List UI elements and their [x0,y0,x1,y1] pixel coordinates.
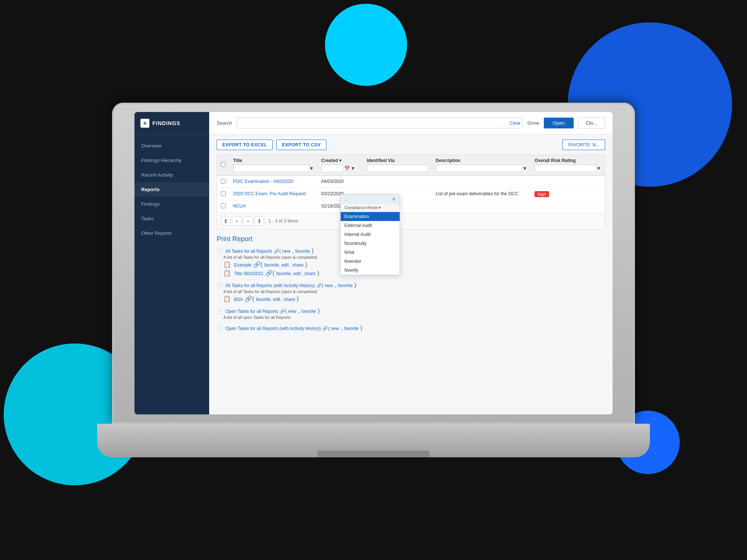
row-risk-1 [531,175,605,188]
col-identified-via: Identified Via [363,155,432,175]
table-row: 2020 OCC Exam- Pre Audit Request 03/23/2… [217,188,605,200]
sub-doc-icon-1b: 📋 [223,270,231,276]
table-row: NCUA 02/18/2020 [217,200,605,213]
risk-badge-2: High [534,191,549,197]
dropdown-item-nverify[interactable]: Nverify [341,266,400,275]
export-csv-button[interactable]: EXPORT TO CSV [276,140,326,150]
risk-filter-icon[interactable]: ▼ [596,166,601,171]
dropdown-item-examination[interactable]: Examination [341,212,400,221]
scene: N FINDINGS Overview Findings Hierarchy R… [0,0,747,560]
clear-button[interactable]: Clear [510,121,521,126]
col-description: Description ▼ [432,155,531,175]
laptop-hinge [317,451,430,457]
row-title-link-3[interactable]: NCUA [233,203,246,209]
doc-icon-2: 📄 [217,283,222,288]
report-new-link-4[interactable]: new [331,326,339,331]
sub-fav-link-1b[interactable]: favorite, edit , share [276,271,316,276]
sidebar-item-overview[interactable]: Overview [134,139,209,153]
dropdown-item-nvendor[interactable]: Nvendor [341,257,400,266]
select-all-checkbox[interactable] [221,162,226,167]
description-filter-icon[interactable]: ▼ [523,166,527,171]
row-identified-via-1 [363,175,432,188]
sidebar-item-findings-hierarchy[interactable]: Findings Hierarchy [134,153,209,168]
report-fav-link-1[interactable]: favorite [295,249,310,254]
sidebar-item-findings[interactable]: Findings [134,197,209,211]
row-title-link-2[interactable]: 2020 OCC Exam- Pre Audit Request [233,191,306,196]
description-filter-input[interactable] [436,165,523,172]
col-title: Title ▼ [229,155,317,175]
report-link-2[interactable]: All Tasks for all Reports (with Activity… [225,283,314,288]
sidebar-item-tasks[interactable]: Tasks [134,211,209,226]
search-bar-area: Search Clear Show Open Clo... [209,112,613,134]
favorite-button[interactable]: FAVORITE: N... [562,140,605,150]
table-toolbar: EXPORT TO EXCEL EXPORT TO CSV FAVORITE: … [209,134,613,150]
row-title-link-1[interactable]: FDIC Examination - 04032020 [233,179,293,184]
page-next-button[interactable]: › [243,216,253,226]
closed-button[interactable]: Clo... [578,117,605,129]
report-fav-link-3[interactable]: favorite [301,309,316,314]
row-description-3 [432,200,531,213]
bg-circle-top-center [325,4,407,86]
dropdown-close-button[interactable]: ✕ [392,196,396,202]
row-checkbox-3[interactable] [221,203,226,208]
sidebar-item-other-reports[interactable]: Other Reports [134,226,209,240]
report-desc-3: A list of all open Tasks for all Reports [223,315,605,320]
title-filter-icon[interactable]: ▼ [309,166,314,171]
table-wrap: Title ▼ Created ▾ [217,155,605,229]
row-risk-3 [531,200,605,213]
dropdown-subheader: Compliance Revie ▾ [341,204,400,212]
laptop-base [97,424,650,457]
report-new-link-1[interactable]: new [282,249,290,254]
show-label: Show [527,120,539,126]
page-prev-button[interactable]: ‹ [232,216,242,226]
sub-report-item-1b: 📋 Tilte 09242021 🔗( favorite, edit , sha… [223,270,605,277]
sub-doc-icon-1a: 📋 [223,261,231,268]
sub-report-link-2a[interactable]: BSA [234,297,243,302]
report-fav-link-4[interactable]: favorite [344,326,359,331]
sub-fav-link-2a[interactable]: favorite, edit , share [256,297,295,302]
created-filter-icon[interactable]: ▼ [351,166,355,171]
doc-icon-3: 📄 [217,309,222,314]
report-link-3[interactable]: Open Tasks for all Reports [225,309,278,314]
laptop: N FINDINGS Overview Findings Hierarchy R… [112,103,635,457]
page-last-button[interactable]: ⟫ [254,216,264,226]
laptop-lid: N FINDINGS Overview Findings Hierarchy R… [112,103,635,424]
dropdown-item-external-audit[interactable]: External Audit [341,221,400,230]
search-label: Search [217,120,232,126]
logo-text: FINDINGS [152,120,180,126]
dropdown-item-ncontinuity[interactable]: Ncontinuity [341,239,400,248]
title-filter-input[interactable] [233,165,309,172]
search-input[interactable] [236,118,523,128]
report-link-4[interactable]: Open Tasks for all Reports (with Activit… [225,326,320,331]
sub-report-link-1a[interactable]: Example [234,262,251,268]
identified-via-dropdown: ... ✕ Compliance Revie ▾ Examination Ext… [340,194,400,275]
sub-doc-icon-2a: 📋 [223,296,231,302]
sidebar-item-recent-activity[interactable]: Recent Activity [134,168,209,182]
col-risk-rating: Overall Risk Rating ▼ [531,155,605,175]
sub-report-link-1b[interactable]: Tilte 09242021 [234,271,263,276]
export-excel-button[interactable]: EXPORT TO EXCEL [217,140,273,150]
created-filter-input[interactable] [321,165,344,172]
col-created: Created ▾ 📅 ▼ [317,155,363,175]
sub-report-item-1a: 📋 Example 🔗( favorite, edit , share ) [223,261,605,268]
report-link-1[interactable]: All Tasks for all Reports [225,249,272,254]
risk-filter-input[interactable] [534,165,596,172]
sub-report-item-2a: 📋 BSA 🔗( favorite, edit , share ) [223,295,605,302]
table-row: FDIC Examination - 04032020 04/03/2020 [217,175,605,188]
identified-via-filter-input[interactable] [367,165,428,172]
sidebar-nav: Overview Findings Hierarchy Recent Activ… [134,135,209,240]
sub-fav-link-1a[interactable]: favorite, edit , share [264,262,303,268]
row-checkbox-1[interactable] [221,179,226,184]
page-first-button[interactable]: ⟪ [221,216,230,226]
open-button[interactable]: Open [544,118,574,128]
dropdown-item-internal-audit[interactable]: Internal Audit [341,230,400,239]
report-new-link-2[interactable]: new [325,283,333,288]
calendar-icon[interactable]: 📅 [344,166,350,171]
print-report-title: Print Report [217,235,605,243]
report-fav-link-2[interactable]: favorite [338,283,353,288]
row-checkbox-2[interactable] [221,191,226,196]
dropdown-item-nrisk[interactable]: Nrisk [341,248,400,257]
report-new-link-3[interactable]: new [288,309,296,314]
sidebar-item-reports[interactable]: Reports [134,182,209,197]
print-report-section: Print Report 📄 All Tasks for all Reports… [209,229,613,343]
